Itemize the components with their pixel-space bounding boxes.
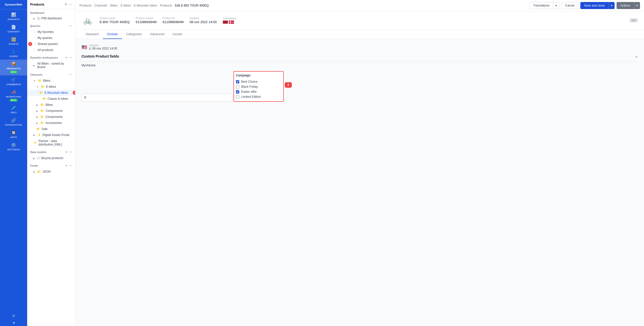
add-workspace-icon[interactable]: + [65,56,68,60]
us-flag-small: 🇺🇸 [82,44,87,50]
my-volume-input[interactable] [82,94,232,101]
nav-item-marketing[interactable]: 📣 MARKETING BETA [0,88,27,104]
breadcrumb-channels[interactable]: Channels [94,4,107,7]
feeds-actions: + ⋯ [65,164,72,168]
best-choice-checkbox[interactable] [236,80,239,83]
nav-item-commerce[interactable]: 🛒 COMMERCE [0,75,27,88]
e-mountain-bikes-folder-icon: 📁 [39,91,43,95]
feeds-more-icon[interactable]: ⋯ [69,164,72,168]
campaign-option-easter-offer[interactable]: Easter offer [236,89,281,94]
clothing-folder-icon: 📁 [40,109,44,113]
sidebar-item-bikes[interactable]: ▼ 📁 Bikes [27,78,75,84]
limited-edition-label: Limited Edition [241,95,261,99]
data-models-more-icon[interactable]: ⋯ [69,150,72,154]
sidebar-item-components[interactable]: ▶ 📁 Components [27,114,75,120]
sidebar-item-all-products[interactable]: ♡ All products [27,47,75,53]
product-updated-value: 08 nov 2022 14:00 [190,20,217,24]
sidebar-item-e-mountain-bikes[interactable]: 📁 E-Mountain bikes 2 [27,90,75,96]
breadcrumb-sep-3: › [118,4,119,7]
save-close-button[interactable]: Save and close [580,2,609,9]
tab-globals[interactable]: Globals [103,30,122,39]
sidebar-item-classic-e-bikes[interactable]: 📁 Classic E-bikes [27,96,75,102]
nav-label-apps: APPS [10,136,17,138]
queries-more-icon[interactable]: ⋯ [69,24,72,28]
nav-item-content[interactable]: 📄 CONTENT [0,23,27,35]
nav-item-insights[interactable]: 📊 INSIGHTS [0,10,27,23]
sidebar-item-json[interactable]: ▶ 📁 JSON [27,169,75,175]
breadcrumb-e-bikes[interactable]: E-bikes [120,4,131,7]
sidebar-item-shared-queries[interactable]: ♡ Shared queries 1 [27,41,75,47]
json-chevron: ▶ [33,170,35,173]
custom-fields-collapse-icon[interactable]: ▲ [635,55,638,58]
breadcrumb-bikes[interactable]: Bikes [110,4,117,7]
annotation-badge-1: 1 [28,42,32,46]
nav-item-assets[interactable]: 🖼️ ASSETS [0,35,27,47]
my-volume-label: MyVolume [82,64,638,67]
channels-more-icon[interactable]: ⋯ [69,73,72,77]
update-row: 🇺🇸 Updated ti, 08 nov 2022 14:00 [82,44,638,50]
easter-offer-checkbox[interactable] [236,90,239,94]
topbar-actions: Translations ▾ Cancel Save and close ▾ A… [529,2,640,9]
breadcrumb-e-mountain-bikes[interactable]: E-Mountain bikes [134,4,157,7]
nav-label-integration: INTEGRATION [5,123,22,126]
campaign-option-limited-edition[interactable]: Limited Edition [236,94,281,99]
tab-standard[interactable]: Standard [82,30,103,39]
actions-button[interactable]: Actions [617,2,634,9]
save-close-dropdown-toggle[interactable]: ▾ [609,2,615,9]
tab-assets[interactable]: Assets [169,30,186,39]
sidebar-item-my-queries[interactable]: ♡ My queries [27,35,75,41]
refresh-icon[interactable]: ↻ [65,3,67,6]
breadcrumb-products[interactable]: Products [79,4,91,7]
e-bikes-chevron: ▼ [36,85,39,88]
sidebar-item-all-bikes-sorted[interactable]: ▶ All Bikes - sorted by Brand [27,61,75,70]
workspaces-more-icon[interactable]: ⋯ [69,56,72,60]
sidebar-item-digital-assets[interactable]: ▶ ⚡ Digital Assets Portal [27,132,75,138]
sidebar-item-partner-xml[interactable]: ⚡ Partner - data distribution (XML) [27,138,75,148]
sidebar-item-bikes-sub[interactable]: ▶ 📁 Bikes [27,102,75,108]
nav-item-integration[interactable]: 🔗 INTEGRATION [0,116,27,128]
nav-label-products: PRODUCTS [7,67,21,70]
product-header: 🚲 Product name E-BIG TOUR 400EQ Product … [75,11,644,30]
sidebar-item-pim-dashboard[interactable]: ▶ ⊡ PIM dashboard [27,15,75,21]
sidebar-item-accessories[interactable]: ▶ 📁 Accessories [27,120,75,126]
queries-section: Queries ⋯ [27,21,75,29]
bicycle-products-label: Bicycle products [41,156,63,160]
actions-dropdown-toggle[interactable]: ▾ [634,2,640,9]
nav-item-apps[interactable]: 🔲 APPS [0,128,27,141]
bikes-sub-label: Bikes [46,103,53,107]
translations-button[interactable]: Translations [529,2,553,9]
partner-xml-icon: ⚡ [33,141,37,145]
limited-edition-checkbox[interactable] [236,95,239,99]
product-updated-label: Updated [190,17,217,20]
sidebar-item-sale[interactable]: 📁 Sale [27,126,75,132]
nav-item-test[interactable]: 🧪 TEST [0,104,27,116]
add-data-model-icon[interactable]: + [65,150,68,154]
campaign-option-best-choice[interactable]: Best Choice [236,79,281,84]
sidebar-item-my-favorites[interactable]: ♡ My favorites [27,29,75,35]
cancel-button[interactable]: Cancel [561,2,578,9]
feeds-label: Feeds [30,164,38,167]
tab-categories[interactable]: Categories [122,30,146,39]
campaign-option-black-friday[interactable]: Black Friday [236,84,281,89]
users-icon: 👤 [11,49,16,54]
sidebar-item-bicycle-products[interactable]: ▶ ⊡ Bicycle products [27,155,75,161]
nav-item-settings[interactable]: ⚙️ SETTINGS [0,141,27,153]
breadcrumb-products-sub[interactable]: Products [160,4,172,7]
sidebar-item-e-bikes[interactable]: ▼ 📁 E-bikes [27,84,75,90]
tab-advanced[interactable]: Advanced [146,30,169,39]
nav-item-users[interactable]: 👤 USERS [0,47,27,60]
update-info: Updated ti, 08 nov 2022 14:00 [89,44,117,50]
black-friday-checkbox[interactable] [236,85,239,88]
nav-settings-bottom[interactable]: ⚙️ [0,312,27,319]
nav-item-products[interactable]: 📦 PRODUCTS BETA [0,60,27,75]
nav-label-assets: ASSETS [9,42,19,45]
more-icon[interactable]: ⋯ [69,3,72,6]
sidebar-item-clothing[interactable]: ▶ 📁 Components [27,108,75,114]
nav-collapse[interactable]: ◀ [0,319,27,326]
bikes-sub-chevron: ▶ [36,104,38,106]
translations-dropdown-toggle[interactable]: ▾ [553,2,559,9]
nav-label-insights: INSIGHTS [8,18,19,21]
product-number-value: 6110866994M [136,20,156,24]
add-feed-icon[interactable]: + [65,164,68,168]
components-label: Components [46,115,63,119]
